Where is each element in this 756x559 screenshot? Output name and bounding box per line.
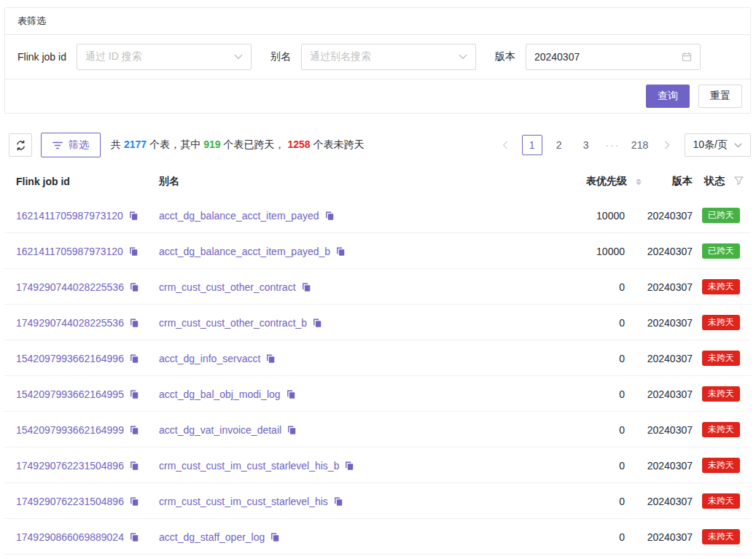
not-crossed-count: 1258 — [288, 138, 311, 150]
alias-link[interactable]: crm_cust_cust_other_contract — [159, 281, 296, 293]
copy-icon[interactable] — [344, 461, 354, 471]
flink-job-id-select[interactable]: 通过 ID 搜索 — [77, 44, 252, 70]
page-size-select[interactable]: 10条/页 — [685, 133, 751, 157]
alias-link[interactable]: crm_cust_cust_im_cust_starlevel_his_b — [159, 460, 339, 472]
copy-icon[interactable] — [129, 318, 139, 328]
column-header-status[interactable]: 状态 — [693, 167, 751, 198]
copy-icon[interactable] — [129, 461, 139, 471]
version-cell: 20240307 — [642, 198, 693, 233]
chevron-down-icon — [734, 143, 742, 148]
status-badge: 未跨天 — [702, 279, 740, 294]
status-badge: 未跨天 — [702, 529, 740, 544]
priority-cell: 10000 — [554, 198, 642, 233]
version-cell: 20240307 — [642, 376, 693, 412]
table-row: 1621411705987973120 acct_dg_balance_acct… — [4, 198, 751, 233]
copy-icon[interactable] — [129, 425, 139, 435]
reset-button[interactable]: 重置 — [698, 85, 742, 108]
job-id-link[interactable]: 1749290762231504896 — [16, 460, 124, 472]
copy-icon[interactable] — [128, 246, 139, 257]
status-badge: 已跨天 — [702, 243, 740, 259]
priority-cell: 0 — [554, 340, 642, 376]
calendar-icon — [682, 52, 692, 62]
table-row: 1749290744028225536 crm_cust_cust_other_… — [4, 269, 751, 305]
priority-cell: 0 — [554, 412, 642, 447]
filter-button[interactable]: 筛选 — [41, 133, 101, 157]
pagination-page-1[interactable]: 1 — [522, 135, 542, 155]
copy-icon[interactable] — [270, 532, 280, 542]
copy-icon[interactable] — [335, 246, 346, 257]
page: 表筛选 Flink job id 通过 ID 搜索 别名 通过别名搜索 — [0, 0, 756, 559]
status-header-label: 状态 — [704, 175, 725, 188]
toolbar-right: 1 2 3 ··· 218 10条/页 — [495, 133, 751, 157]
status-badge: 未跨天 — [702, 351, 740, 366]
copy-icon[interactable] — [129, 353, 139, 364]
priority-cell: 0 — [554, 519, 642, 555]
status-badge: 未跨天 — [702, 315, 740, 330]
copy-icon[interactable] — [324, 211, 335, 221]
table-row: 1749290762231504896 crm_cust_cust_im_cus… — [4, 483, 751, 519]
query-button[interactable]: 查询 — [646, 85, 690, 108]
table-row: 1749290744028225536 crm_cust_cust_other_… — [4, 305, 751, 340]
alias-link[interactable]: acct_dg_balance_acct_item_payed_b — [159, 246, 330, 257]
pagination-next[interactable] — [657, 135, 677, 155]
alias-link[interactable]: acct_dg_bal_obj_modi_log — [159, 388, 281, 400]
priority-cell: 0 — [554, 376, 642, 412]
copy-icon[interactable] — [287, 425, 297, 435]
filter-form: Flink job id 通过 ID 搜索 别名 通过别名搜索 — [5, 35, 750, 79]
alias-link[interactable]: crm_cust_cust_im_cust_starlevel_his — [159, 496, 328, 507]
alias-link[interactable]: acct_dg_info_servacct — [159, 353, 260, 364]
copy-icon[interactable] — [129, 389, 139, 399]
refresh-icon — [15, 140, 26, 151]
funnel-filter-icon[interactable] — [734, 176, 744, 187]
version-cell: 20240307 — [642, 305, 693, 340]
alias-select[interactable]: 通过别名搜索 — [301, 44, 476, 70]
filter-card-title: 表筛选 — [5, 8, 750, 35]
copy-icon[interactable] — [312, 318, 322, 328]
pagination-page-last[interactable]: 218 — [630, 135, 650, 155]
alias-link[interactable]: crm_cust_cust_other_contract_b — [159, 317, 307, 329]
chevron-left-icon — [502, 141, 508, 149]
copy-icon[interactable] — [265, 353, 276, 364]
crossed-count: 919 — [203, 138, 220, 150]
pagination-prev[interactable] — [495, 135, 515, 155]
table-row: 1749290866069889024 acct_dg_staff_oper_l… — [4, 519, 751, 555]
alias-link[interactable]: acct_dg_vat_invoice_detail — [159, 424, 281, 436]
copy-icon[interactable] — [129, 532, 139, 542]
job-id-link[interactable]: 1621411705987973120 — [16, 210, 123, 222]
status-badge: 未跨天 — [702, 458, 740, 473]
job-id-link[interactable]: 1749290744028225536 — [16, 317, 124, 329]
alias-label: 别名 — [270, 50, 291, 63]
table-row: 1542097993662164999 acct_dg_vat_invoice_… — [4, 412, 751, 447]
copy-icon[interactable] — [128, 211, 139, 221]
pagination-top: 1 2 3 ··· 218 10条/页 — [495, 133, 751, 157]
copy-icon[interactable] — [286, 389, 296, 399]
copy-icon[interactable] — [301, 282, 311, 292]
alias-link[interactable]: acct_dg_staff_oper_log — [159, 531, 265, 543]
column-header-alias: 别名 — [159, 167, 554, 198]
pagination-ellipsis: ··· — [603, 135, 623, 155]
version-field: 版本 20240307 — [495, 44, 701, 70]
column-header-priority[interactable]: 表优先级 — [554, 167, 642, 198]
job-id-link[interactable]: 1749290744028225536 — [16, 281, 124, 293]
version-cell: 20240307 — [642, 483, 693, 519]
pagination-page-2[interactable]: 2 — [549, 135, 569, 155]
job-id-link[interactable]: 1749290762231504896 — [16, 496, 124, 507]
sort-carets-icon[interactable] — [636, 179, 642, 185]
filter-lines-icon — [52, 141, 63, 149]
copy-icon[interactable] — [129, 282, 139, 292]
version-date-input[interactable]: 20240307 — [526, 44, 701, 70]
pagination-page-3[interactable]: 3 — [576, 135, 596, 155]
job-id-link[interactable]: 1542097993662164995 — [16, 388, 124, 400]
job-id-link[interactable]: 1621411705987973120 — [16, 246, 123, 257]
refresh-button[interactable] — [9, 133, 32, 157]
copy-icon[interactable] — [129, 496, 139, 507]
column-header-version: 版本 — [642, 167, 693, 198]
copy-icon[interactable] — [333, 496, 343, 507]
version-value: 20240307 — [534, 51, 682, 63]
filter-card: 表筛选 Flink job id 通过 ID 搜索 别名 通过别名搜索 — [4, 7, 751, 114]
table-row: 1621411705987973120 acct_dg_balance_acct… — [4, 233, 751, 269]
job-id-link[interactable]: 1749290866069889024 — [16, 531, 124, 543]
job-id-link[interactable]: 1542097993662164996 — [16, 353, 124, 364]
alias-link[interactable]: acct_dg_balance_acct_item_payed — [159, 210, 319, 222]
job-id-link[interactable]: 1542097993662164999 — [16, 424, 124, 436]
